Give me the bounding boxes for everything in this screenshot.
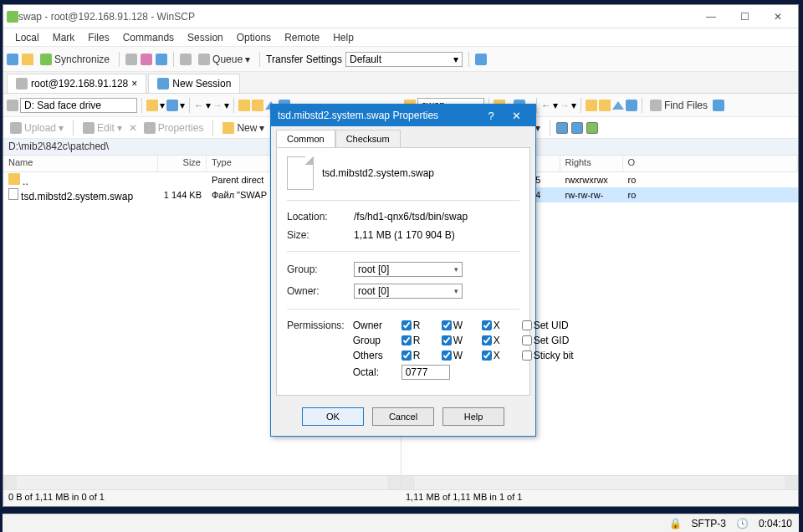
menu-options[interactable]: Options — [230, 30, 278, 45]
transfer-settings-dropdown[interactable]: Default ▾ — [345, 52, 463, 67]
perm-owner-w[interactable]: W — [442, 320, 475, 331]
plus-icon[interactable] — [556, 122, 568, 134]
dialog-tabs: Common Checksum — [271, 126, 535, 147]
edit-button[interactable]: Edit ▾ — [79, 120, 125, 136]
parent-folder-icon[interactable] — [586, 100, 597, 111]
drive-icon — [7, 100, 18, 111]
location-value: /fs/hd1-qnx6/tsd/bin/swap — [354, 211, 468, 223]
back-icon[interactable]: ← — [541, 100, 551, 111]
connection-time: 0:04:10 — [759, 518, 792, 529]
maximize-button[interactable]: ☐ — [728, 8, 761, 25]
tab-checksum[interactable]: Checksum — [335, 130, 401, 147]
delete-icon[interactable]: ✕ — [129, 122, 137, 134]
tab-common[interactable]: Common — [276, 130, 335, 147]
gear-icon[interactable] — [180, 54, 192, 65]
footer: 🔒 SFTP-3 🕓 0:04:10 — [3, 514, 799, 532]
remote-scrollbar[interactable] — [402, 475, 799, 489]
file-icon — [8, 188, 18, 200]
close-tab-icon[interactable]: × — [131, 78, 137, 90]
menu-local[interactable]: Local — [8, 30, 46, 45]
dialog-help-icon[interactable]: ? — [478, 110, 504, 122]
refresh-icon[interactable] — [626, 100, 637, 111]
minimize-button[interactable]: — — [694, 8, 728, 25]
perm-others-x[interactable]: X — [482, 350, 515, 361]
minus-icon[interactable] — [571, 122, 583, 134]
perm-group-w[interactable]: W — [442, 335, 475, 346]
home-icon[interactable] — [612, 101, 624, 110]
new-session-label: New Session — [172, 78, 231, 90]
perm-setgid[interactable]: Set GID — [522, 335, 581, 346]
toolbar-icon-3[interactable] — [141, 54, 152, 65]
session-tab-label: root@192.168.91.128 — [31, 78, 128, 90]
dialog-titlebar: tsd.mibstd2.system.swap Properties ? ✕ — [271, 105, 535, 126]
statusbar: 0 B of 1,11 MB in 0 of 1 1,11 MB of 1,11… — [3, 489, 798, 506]
toolbar-icon-4[interactable] — [156, 54, 167, 65]
root-folder-icon[interactable] — [599, 100, 611, 111]
menu-remote[interactable]: Remote — [278, 30, 326, 45]
perm-sticky[interactable]: Sticky bit — [522, 350, 581, 361]
perm-others-w[interactable]: W — [442, 350, 475, 361]
help-button[interactable]: Help — [442, 407, 504, 426]
menu-help[interactable]: Help — [326, 30, 361, 45]
check-icon[interactable] — [586, 122, 598, 134]
menu-files[interactable]: Files — [81, 30, 115, 45]
perm-owner-r[interactable]: R — [402, 320, 435, 331]
find-files-button[interactable]: Find Files — [647, 98, 711, 113]
synchronize-button[interactable]: Synchronize — [37, 52, 113, 67]
properties-dialog: tsd.mibstd2.system.swap Properties ? ✕ C… — [270, 104, 536, 437]
dialog-close-icon[interactable]: ✕ — [504, 110, 529, 122]
perm-others-r[interactable]: R — [402, 350, 435, 361]
new-session-tab[interactable]: New Session — [148, 74, 240, 93]
toolbar-icon-5[interactable] — [475, 54, 487, 65]
back-icon[interactable]: ← — [194, 100, 204, 111]
perm-owner-x[interactable]: X — [482, 320, 515, 331]
session-tabs: root@192.168.91.128 × New Session — [3, 72, 798, 94]
col-owner[interactable]: O — [623, 156, 799, 171]
octal-input[interactable] — [402, 365, 450, 380]
window-title: swap - root@192.168.91.128 - WinSCP — [18, 11, 694, 23]
ok-button[interactable]: OK — [302, 407, 364, 426]
upload-button[interactable]: Upload ▾ — [7, 120, 67, 136]
forward-icon[interactable]: → — [560, 100, 570, 111]
perm-setuid[interactable]: Set UID — [522, 320, 581, 331]
group-select[interactable]: root [0] — [354, 262, 463, 277]
transfer-settings-label: Transfer Settings — [266, 54, 342, 65]
lock-icon: 🔒 — [669, 518, 682, 529]
menu-session[interactable]: Session — [181, 30, 230, 45]
perm-group-r[interactable]: R — [402, 335, 435, 346]
session-tab-active[interactable]: root@192.168.91.128 × — [7, 74, 146, 93]
owner-select[interactable]: root [0] — [354, 284, 463, 299]
dialog-body: tsd.mibstd2.system.swap Location: /fs/hd… — [276, 147, 530, 396]
permissions-grid: Owner R W X Set UID Group R W X Set GID … — [353, 320, 581, 380]
cancel-button[interactable]: Cancel — [372, 407, 434, 426]
filter-icon[interactable] — [166, 100, 178, 111]
col-rights[interactable]: Rights — [560, 156, 623, 171]
dialog-title: tsd.mibstd2.system.swap Properties — [278, 110, 478, 121]
close-button[interactable]: ✕ — [761, 8, 795, 25]
main-toolbar: Synchronize Queue ▾ Transfer Settings De… — [3, 47, 798, 72]
toolbar-icon-1[interactable] — [7, 54, 18, 65]
col-name[interactable]: Name — [3, 156, 158, 171]
search-icon — [650, 100, 662, 111]
terminal-icon[interactable] — [125, 54, 137, 65]
col-size[interactable]: Size — [158, 156, 207, 171]
menu-mark[interactable]: Mark — [46, 30, 82, 45]
menu-commands[interactable]: Commands — [116, 30, 181, 45]
dialog-filename: tsd.mibstd2.system.swap — [322, 167, 434, 179]
toolbar-icon-2[interactable] — [22, 54, 33, 65]
parent-folder-icon[interactable] — [238, 100, 250, 111]
local-scrollbar[interactable] — [3, 475, 401, 489]
local-properties-button[interactable]: Properties — [141, 120, 207, 136]
forward-icon[interactable]: → — [212, 100, 222, 111]
up-folder-icon — [8, 173, 20, 185]
perm-row-owner: Owner — [353, 320, 395, 331]
toolbar-extra-icon[interactable] — [713, 100, 724, 111]
connection-time-icon: 🕓 — [736, 518, 749, 529]
perm-row-group: Group — [353, 335, 395, 346]
queue-button[interactable]: Queue ▾ — [195, 52, 253, 67]
open-folder-icon[interactable] — [146, 100, 158, 111]
local-drive-dropdown[interactable]: D: Sad face drive — [20, 98, 137, 113]
root-folder-icon[interactable] — [252, 100, 263, 111]
perm-group-x[interactable]: X — [482, 335, 515, 346]
local-new-button[interactable]: New ▾ — [219, 120, 268, 136]
